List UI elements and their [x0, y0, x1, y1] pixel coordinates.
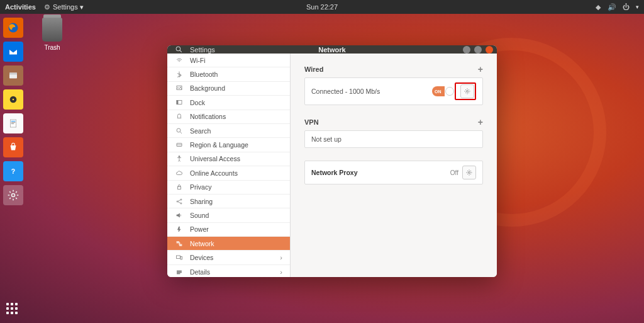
sidebar-item-label: Power — [190, 225, 209, 233]
help-launcher[interactable]: ? — [3, 161, 23, 181]
gear-icon: ⚙ — [43, 3, 51, 11]
svg-point-17 — [177, 128, 180, 132]
add-vpn-button[interactable]: + — [478, 118, 483, 127]
settings-sidebar: Wi-Fi Bluetooth Background Dock Notifica… — [167, 54, 291, 277]
wired-toggle[interactable]: ON — [432, 86, 455, 96]
sidebar-item-label: Devices — [190, 254, 213, 261]
sidebar-item-power[interactable]: Power — [167, 223, 290, 237]
sidebar-item-label: Privacy — [190, 183, 211, 191]
settings-launcher[interactable] — [3, 185, 23, 205]
svg-rect-32 — [177, 273, 180, 274]
svg-rect-30 — [177, 271, 182, 271]
gear-icon — [464, 88, 471, 95]
maximize-button[interactable] — [474, 46, 482, 54]
svg-line-13 — [180, 50, 182, 52]
svg-point-12 — [176, 47, 180, 51]
proxy-row: Network Proxy Off — [304, 161, 483, 184]
power-icon[interactable]: ⏻ — [622, 3, 630, 11]
svg-rect-29 — [180, 257, 182, 260]
sidebar-item-label: Universal Access — [190, 155, 240, 162]
dock-icon — [175, 98, 184, 107]
sidebar-item-search[interactable]: Search — [167, 124, 290, 138]
sidebar-item-notifications[interactable]: Notifications — [167, 110, 290, 124]
svg-text:?: ? — [11, 167, 15, 175]
clock[interactable]: Sun 22:27 — [306, 3, 338, 11]
sidebar-item-network[interactable]: Network — [167, 237, 290, 251]
vpn-header: VPN — [304, 118, 319, 126]
chevron-right-icon: › — [280, 268, 282, 276]
svg-point-11 — [12, 194, 15, 197]
svg-point-25 — [180, 203, 182, 204]
files-launcher[interactable] — [3, 65, 23, 86]
sidebar-item-devices[interactable]: Devices› — [167, 251, 290, 264]
trash-icon — [42, 18, 62, 42]
settings-window: Settings Network Wi-Fi Bluetooth Backgro… — [167, 45, 497, 277]
svg-rect-28 — [177, 256, 180, 259]
sidebar-item-label: Region & Language — [190, 141, 248, 149]
svg-rect-31 — [177, 272, 182, 273]
proxy-settings-button[interactable] — [462, 166, 476, 179]
bell-icon — [175, 112, 184, 121]
sidebar-item-wifi[interactable]: Wi-Fi — [167, 54, 290, 67]
libreoffice-launcher[interactable] — [3, 113, 23, 133]
show-applications-button[interactable] — [6, 303, 20, 317]
sidebar-item-label: Search — [190, 127, 211, 135]
sidebar-item-privacy[interactable]: Privacy — [167, 181, 290, 195]
chevron-down-icon[interactable]: ▾ — [636, 4, 639, 10]
wired-settings-button[interactable] — [460, 84, 474, 98]
accessibility-icon — [175, 154, 184, 163]
sidebar-item-online-accounts[interactable]: Online Accounts — [167, 166, 290, 180]
share-icon — [175, 197, 184, 206]
thunderbird-launcher[interactable] — [3, 42, 23, 62]
svg-rect-7 — [11, 122, 16, 123]
sidebar-item-sharing[interactable]: Sharing — [167, 195, 290, 208]
dock: ? — [0, 14, 26, 323]
network-panel: Wired + Connected - 1000 Mb/s ON VPN + — [291, 54, 497, 277]
app-menu[interactable]: ⚙ Settings ▾ — [43, 3, 84, 11]
sidebar-item-background[interactable]: Background — [167, 82, 290, 96]
sidebar-item-sound[interactable]: Sound — [167, 208, 290, 222]
software-launcher[interactable] — [3, 137, 23, 157]
chevron-right-icon: › — [280, 254, 282, 261]
add-wired-button[interactable]: + — [478, 65, 483, 74]
minimize-button[interactable] — [463, 46, 470, 54]
sidebar-item-label: Details — [190, 268, 210, 276]
sidebar-item-label: Sound — [190, 212, 209, 219]
search-button[interactable] — [167, 45, 190, 54]
bluetooth-icon — [175, 70, 184, 79]
proxy-value: Off — [450, 169, 458, 176]
network-status-icon[interactable]: ◆ — [594, 3, 602, 11]
network-icon — [175, 239, 184, 248]
page-title: Network — [318, 46, 345, 54]
sidebar-item-dock[interactable]: Dock — [167, 96, 290, 110]
cloud-icon — [175, 169, 184, 178]
svg-point-34 — [469, 172, 470, 174]
svg-rect-16 — [177, 100, 178, 104]
sidebar-item-details[interactable]: Details› — [167, 265, 290, 277]
top-panel: Activities ⚙ Settings ▾ Sun 22:27 ◆ 🔊 ⏻ … — [0, 0, 644, 14]
app-menu-label: Settings — [53, 3, 78, 11]
sidebar-item-label: Background — [190, 84, 225, 92]
activities-button[interactable]: Activities — [5, 3, 36, 11]
rhythmbox-launcher[interactable] — [3, 89, 23, 110]
speaker-icon — [175, 211, 184, 220]
volume-icon[interactable]: 🔊 — [608, 3, 616, 11]
vpn-status: Not set up — [311, 135, 341, 143]
window-titlebar[interactable]: Settings Network — [167, 45, 497, 54]
firefox-launcher[interactable] — [3, 18, 23, 38]
search-icon — [175, 127, 184, 135]
sidebar-item-bluetooth[interactable]: Bluetooth — [167, 67, 290, 81]
close-button[interactable] — [486, 46, 493, 54]
sidebar-item-region[interactable]: Region & Language — [167, 138, 290, 152]
trash-desktop-icon[interactable]: Trash — [36, 18, 68, 51]
power-icon — [175, 225, 184, 234]
gear-icon — [465, 169, 473, 176]
sidebar-item-universal-access[interactable]: Universal Access — [167, 152, 290, 166]
sidebar-item-label: Notifications — [190, 113, 226, 120]
sidebar-item-label: Wi-Fi — [190, 57, 206, 64]
wired-header: Wired — [304, 65, 323, 73]
sidebar-title: Settings — [190, 46, 291, 54]
highlight-callout — [455, 82, 476, 100]
svg-point-4 — [13, 99, 14, 101]
sidebar-item-label: Dock — [190, 99, 205, 106]
